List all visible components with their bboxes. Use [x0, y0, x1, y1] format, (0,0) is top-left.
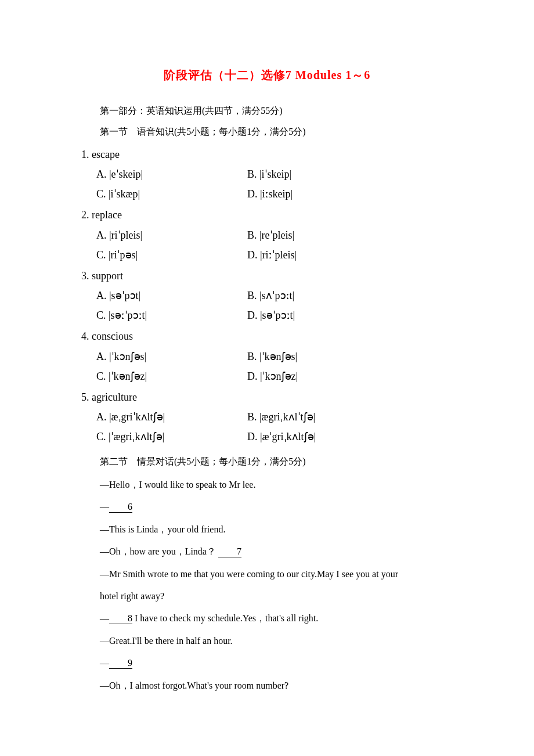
question-5-option-a: A. |æˌgriˈkʌltʃə|: [96, 407, 247, 427]
question-2: 2. replace A. |riˈpleis| B. |reˈpleis| C…: [81, 205, 453, 265]
question-3-stem: 3. support: [81, 266, 453, 286]
question-4-stem: 4. conscious: [81, 326, 453, 346]
dash: —: [100, 658, 109, 668]
section2-header: 第二节 情景对话(共5小题；每小题1分，满分5分): [81, 453, 453, 470]
dash: —: [100, 613, 109, 623]
blank-8: 8: [109, 613, 132, 624]
blank-6: 6: [109, 502, 132, 513]
dialogue-line-7-text: I have to check my schedule.Yes，that's a…: [135, 613, 318, 623]
question-4-option-c: C. |ˈkənʃəz|: [96, 366, 247, 386]
question-4-option-a: A. |ˈkɔnʃəs|: [96, 347, 247, 366]
question-5-option-b: B. |ægriˌkʌlˈtʃə|: [247, 407, 315, 427]
question-3-option-c: C. |səːˈpɔːt|: [96, 305, 247, 325]
question-3: 3. support A. |səˈpɔt| B. |sʌˈpɔːt| C. |…: [81, 266, 453, 326]
dialogue-line-1: —Hello，I would like to speak to Mr lee.: [81, 474, 453, 496]
dialogue-line-8: —Great.I'll be there in half an hour.: [81, 630, 453, 652]
blank-7: 7: [218, 546, 241, 557]
blank-9: 9: [109, 658, 132, 669]
question-2-option-d: D. |riːˈpleis|: [247, 245, 297, 265]
question-5-option-c: C. |ˈægriˌkʌltʃə|: [96, 427, 247, 447]
question-3-option-b: B. |sʌˈpɔːt|: [247, 286, 294, 305]
question-3-option-d: D. |səˈpɔːt|: [247, 305, 295, 325]
question-4-option-d: D. |ˈkɔnʃəz|: [247, 366, 298, 386]
question-1-option-a: A. |eˈskeip|: [96, 164, 247, 184]
question-1: 1. escape A. |eˈskeip| B. |iˈskeip| C. |…: [81, 145, 453, 204]
question-1-option-d: D. |iːskeip|: [247, 184, 293, 204]
dialogue-block: —Hello，I would like to speak to Mr lee. …: [81, 474, 453, 697]
dialogue-line-9: —9: [81, 652, 453, 674]
question-1-option-c: C. |iˈskæp|: [96, 184, 247, 204]
part1-header: 第一部分：英语知识运用(共四节，满分55分): [81, 102, 453, 120]
dialogue-line-3: —This is Linda，your old friend.: [81, 519, 453, 541]
question-1-stem: 1. escape: [81, 145, 453, 164]
question-3-option-a: A. |səˈpɔt|: [96, 286, 247, 305]
question-1-option-b: B. |iˈskeip|: [247, 164, 291, 184]
dialogue-line-2: —6: [81, 496, 453, 518]
page-title: 阶段评估（十二）选修7 Modules 1～6: [81, 64, 453, 86]
question-2-option-a: A. |riˈpleis|: [96, 225, 247, 245]
question-2-option-c: C. |riˈpəs|: [96, 245, 247, 265]
question-5-stem: 5. agriculture: [81, 387, 453, 407]
question-5: 5. agriculture A. |æˌgriˈkʌltʃə| B. |ægr…: [81, 387, 453, 447]
dialogue-line-6: hotel right away?: [81, 585, 453, 607]
question-4: 4. conscious A. |ˈkɔnʃəs| B. |ˈkənʃəs| C…: [81, 326, 453, 386]
dialogue-line-10: —Oh，I almost forgot.What's your room num…: [81, 675, 453, 697]
dialogue-line-7: —8 I have to check my schedule.Yes，that'…: [81, 607, 453, 629]
question-4-option-b: B. |ˈkənʃəs|: [247, 347, 297, 366]
dash: —: [100, 502, 109, 512]
dialogue-line-4: —Oh，how are you，Linda？ 7: [81, 541, 453, 563]
dialogue-line-4-text: —Oh，how are you，Linda？: [100, 546, 216, 556]
question-5-option-d: D. |æˈgriˌkʌltʃə|: [247, 427, 316, 447]
question-2-option-b: B. |reˈpleis|: [247, 225, 294, 245]
section1-header: 第一节 语音知识(共5小题；每小题1分，满分5分): [81, 123, 453, 141]
question-2-stem: 2. replace: [81, 205, 453, 225]
dialogue-line-5: —Mr Smith wrote to me that you were comi…: [81, 563, 453, 585]
